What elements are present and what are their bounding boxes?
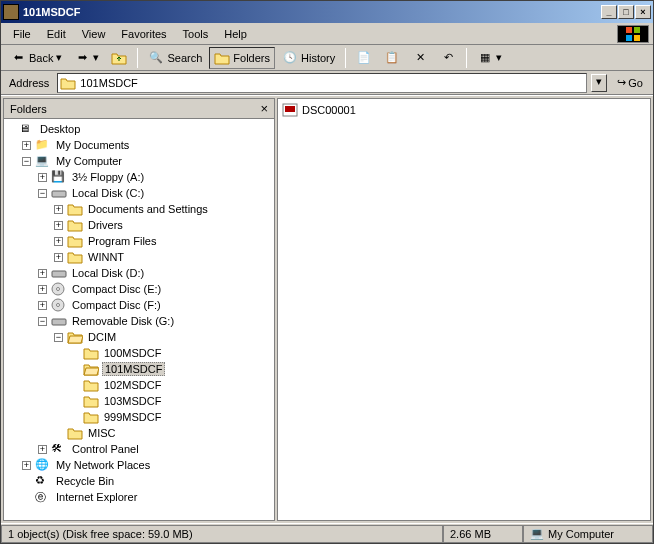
delete-button[interactable]: ✕ — [407, 47, 433, 69]
search-label: Search — [167, 52, 202, 64]
address-value: 101MSDCF — [80, 77, 137, 89]
image-file-icon — [282, 103, 298, 117]
file-item[interactable]: DSC00001 — [282, 103, 646, 117]
folders-pane-close[interactable]: × — [260, 101, 268, 116]
expand-icon[interactable]: + — [54, 205, 63, 214]
tree-node-locald[interactable]: +Local Disk (D:) — [38, 265, 272, 281]
tree-node-cdf[interactable]: +Compact Disc (F:) — [38, 297, 272, 313]
menu-tools[interactable]: Tools — [175, 25, 217, 43]
views-button[interactable]: ▦▾ — [472, 47, 507, 69]
windows-logo-icon — [617, 25, 649, 43]
expand-icon[interactable]: + — [54, 253, 63, 262]
go-button[interactable]: ↪ Go — [611, 74, 649, 91]
expand-icon[interactable]: + — [22, 461, 31, 470]
svg-rect-5 — [52, 271, 66, 277]
tree-node-progfiles[interactable]: +Program Files — [54, 233, 272, 249]
tree-node-recycle[interactable]: ♻Recycle Bin — [22, 473, 272, 489]
addressbar: Address 101MSDCF ▾ ↪ Go — [1, 71, 653, 95]
tree-node-netplaces[interactable]: +🌐My Network Places — [22, 457, 272, 473]
tree-node-101msdcf[interactable]: 101MSDCF — [70, 361, 272, 377]
computer-icon: 💻 — [530, 527, 544, 540]
back-button[interactable]: ⬅ Back ▾ — [5, 47, 67, 69]
computer-icon: 💻 — [35, 154, 51, 168]
undo-icon: ↶ — [440, 50, 456, 66]
tree-node-999msdcf[interactable]: 999MSDCF — [70, 409, 272, 425]
documents-icon: 📁 — [35, 138, 51, 152]
tree-node-drivers[interactable]: +Drivers — [54, 217, 272, 233]
folder-icon — [83, 410, 99, 424]
folder-icon — [67, 218, 83, 232]
tree-node-mycomputer[interactable]: −💻My Computer — [22, 153, 272, 169]
tree-node-103msdcf[interactable]: 103MSDCF — [70, 393, 272, 409]
content-pane[interactable]: DSC00001 — [277, 98, 651, 521]
tree-node-dcim[interactable]: −DCIM — [54, 329, 272, 345]
cd-icon — [51, 282, 67, 296]
address-dropdown[interactable]: ▾ — [591, 74, 607, 92]
tree-node-floppy[interactable]: +💾3½ Floppy (A:) — [38, 169, 272, 185]
address-input[interactable]: 101MSDCF — [57, 73, 587, 93]
menu-help[interactable]: Help — [216, 25, 255, 43]
up-button[interactable] — [106, 47, 132, 69]
moveto-button[interactable]: 📄 — [351, 47, 377, 69]
expand-icon[interactable]: + — [54, 221, 63, 230]
tree-node-100msdcf[interactable]: 100MSDCF — [70, 345, 272, 361]
tree-node-winnt[interactable]: +WINNT — [54, 249, 272, 265]
expand-icon[interactable]: + — [38, 301, 47, 310]
collapse-icon[interactable]: − — [54, 333, 63, 342]
menu-edit[interactable]: Edit — [39, 25, 74, 43]
tree-node-cde[interactable]: +Compact Disc (E:) — [38, 281, 272, 297]
close-button[interactable]: × — [635, 5, 651, 19]
delete-icon: ✕ — [412, 50, 428, 66]
tree-node-removg[interactable]: −Removable Disk (G:) — [38, 313, 272, 329]
folder-icon — [67, 234, 83, 248]
removable-drive-icon — [51, 314, 67, 328]
tree-node-desktop[interactable]: 🖥Desktop — [6, 121, 272, 137]
toolbar: ⬅ Back ▾ ➡ ▾ 🔍 Search Folders 🕓 History … — [1, 45, 653, 71]
maximize-button[interactable]: □ — [618, 5, 634, 19]
folder-open-icon — [67, 330, 83, 344]
tree-node-cpanel[interactable]: +🛠Control Panel — [38, 441, 272, 457]
collapse-icon[interactable]: − — [38, 317, 47, 326]
folder-icon — [83, 346, 99, 360]
expand-icon[interactable]: + — [38, 285, 47, 294]
cd-icon — [51, 298, 67, 312]
tree-node-ie[interactable]: ⓔInternet Explorer — [22, 489, 272, 505]
tree-node-docsettings[interactable]: +Documents and Settings — [54, 201, 272, 217]
status-location: 💻 My Computer — [523, 525, 653, 543]
recycle-icon: ♻ — [35, 474, 51, 488]
search-button[interactable]: 🔍 Search — [143, 47, 207, 69]
menu-favorites[interactable]: Favorites — [113, 25, 174, 43]
expand-icon[interactable]: + — [38, 173, 47, 182]
collapse-icon[interactable]: − — [38, 189, 47, 198]
undo-button[interactable]: ↶ — [435, 47, 461, 69]
forward-button[interactable]: ➡ ▾ — [69, 47, 104, 69]
expand-icon[interactable]: + — [38, 269, 47, 278]
history-button[interactable]: 🕓 History — [277, 47, 340, 69]
search-icon: 🔍 — [148, 50, 164, 66]
minimize-button[interactable]: _ — [601, 5, 617, 19]
ie-icon: ⓔ — [35, 490, 51, 504]
tree-node-102msdcf[interactable]: 102MSDCF — [70, 377, 272, 393]
svg-rect-12 — [285, 106, 295, 112]
address-label: Address — [5, 77, 53, 89]
menu-file[interactable]: File — [5, 25, 39, 43]
folder-icon — [67, 426, 83, 440]
app-icon — [3, 4, 19, 20]
folders-button[interactable]: Folders — [209, 47, 275, 69]
copyto-icon: 📋 — [384, 50, 400, 66]
folder-tree[interactable]: 🖥Desktop +📁My Documents −💻My Computer +💾… — [4, 119, 274, 520]
tree-node-mydocuments[interactable]: +📁My Documents — [22, 137, 272, 153]
expand-icon[interactable]: + — [22, 141, 31, 150]
menu-view[interactable]: View — [74, 25, 114, 43]
expand-icon[interactable]: + — [38, 445, 47, 454]
tree-node-localc[interactable]: −Local Disk (C:) — [38, 185, 272, 201]
expand-icon[interactable]: + — [54, 237, 63, 246]
window-title: 101MSDCF — [23, 6, 601, 18]
tree-node-misc[interactable]: MISC — [54, 425, 272, 441]
svg-point-7 — [57, 288, 60, 291]
dropdown-icon: ▾ — [56, 51, 62, 64]
copyto-button[interactable]: 📋 — [379, 47, 405, 69]
folders-icon — [214, 50, 230, 66]
collapse-icon[interactable]: − — [22, 157, 31, 166]
menubar: File Edit View Favorites Tools Help — [1, 23, 653, 45]
